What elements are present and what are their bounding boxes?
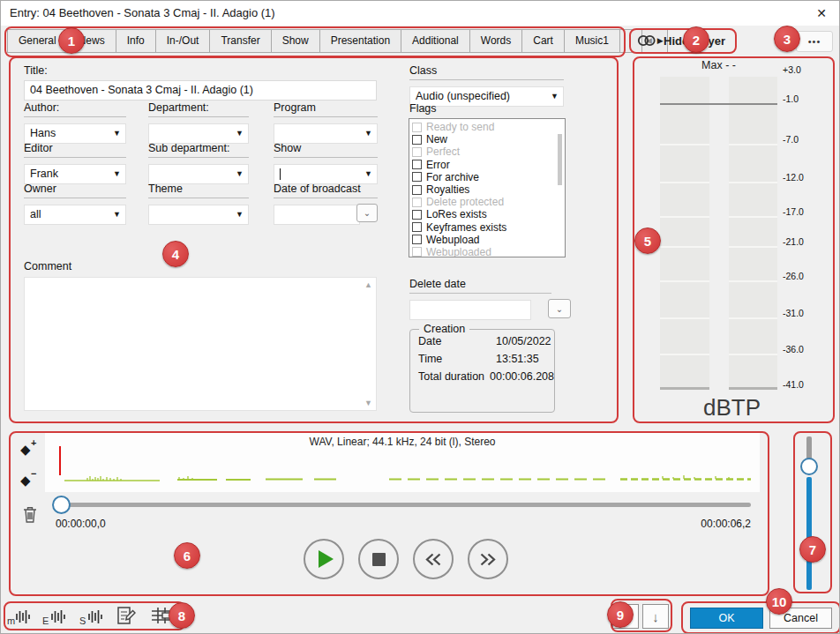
editor-dropdown[interactable]: Frank▼ [24, 164, 126, 184]
delete-audio-button[interactable] [22, 505, 38, 527]
sub-department-dropdown[interactable]: ▼ [148, 164, 249, 184]
tab-in-out[interactable]: In-/Out [155, 29, 211, 53]
routing-button[interactable] [149, 603, 174, 628]
department-dropdown[interactable]: ▼ [148, 123, 249, 144]
author-field: Author: Hans▼ [24, 101, 126, 144]
ok-button[interactable]: OK [690, 608, 763, 629]
scroll-down-icon[interactable]: ▼ [364, 399, 372, 407]
seek-slider-handle[interactable] [52, 496, 71, 514]
fast-forward-icon [478, 552, 498, 567]
stop-button[interactable] [358, 539, 399, 579]
meter-segment-line [660, 354, 709, 355]
comment-textarea[interactable]: ▲ ▼ [24, 277, 377, 411]
text-cursor [280, 168, 281, 180]
theme-dropdown[interactable]: ▼ [148, 205, 249, 225]
checkbox-icon [412, 185, 422, 195]
date-picker-button[interactable]: ⌄ [356, 204, 378, 222]
meter-tick-label: -1.0 [783, 93, 813, 104]
program-dropdown[interactable]: ▼ [274, 123, 378, 144]
flag-lores-exists[interactable]: LoRes exists [412, 208, 565, 220]
tab-news[interactable]: News [67, 29, 116, 53]
tab-show[interactable]: Show [271, 29, 320, 53]
editor-label: Editor [24, 142, 126, 158]
current-time-label: 00:00:00,0 [56, 518, 106, 530]
title-input[interactable]: 04 Beethoven - Sonata 3 Cmaj - II. Adagi… [24, 80, 377, 101]
checkbox-icon [412, 172, 422, 182]
flag-royalties[interactable]: Royalties [412, 183, 565, 196]
title-label: Title: [24, 64, 377, 77]
edit-metadata-button[interactable] [114, 603, 139, 628]
flags-scrollbar[interactable] [558, 134, 562, 185]
owner-dropdown[interactable]: all▼ [24, 205, 126, 225]
flag-webupload[interactable]: Webupload [412, 234, 565, 246]
meter-tick-label: -21.0 [783, 236, 813, 247]
play-button[interactable] [304, 539, 344, 579]
waveform-stereo-button[interactable]: S [79, 603, 103, 628]
date-of-broadcast-input[interactable] [274, 205, 360, 225]
checkbox-icon [412, 222, 422, 232]
trash-icon [22, 505, 38, 524]
meter-segment-line [729, 280, 777, 282]
title-field: Title: 04 Beethoven - Sonata 3 Cmaj - II… [24, 64, 377, 101]
meter-bar-left [660, 77, 709, 390]
tab-bar-items: GeneralNewsInfoIn-/OutTransferShowPresen… [8, 29, 620, 53]
entry-dialog: Entry: 04 Beethoven - Sonata 3 Cmaj - II… [0, 0, 840, 634]
svg-text:m: m [7, 615, 15, 626]
tab-general[interactable]: General [7, 29, 68, 53]
show-dropdown[interactable]: ▼ [274, 164, 378, 184]
cancel-button[interactable]: Cancel [769, 608, 832, 629]
waveform-display[interactable]: WAV, Linear; 44.1 kHz, 24 bit (l), Stere… [45, 433, 760, 492]
rewind-button[interactable] [413, 539, 454, 579]
date-of-broadcast-label: Date of broadcast [274, 183, 378, 198]
routing-table-icon [150, 604, 173, 627]
waveform-mono-button[interactable]: m [6, 603, 31, 628]
theme-field: Theme ▼ [148, 183, 249, 225]
meter-max-label: Max - - [660, 59, 777, 71]
more-options-button[interactable]: ••• [796, 31, 833, 52]
author-dropdown[interactable]: Hans▼ [24, 123, 126, 144]
waveform-envelope-button[interactable]: E [41, 603, 66, 628]
program-label: Program [274, 101, 378, 117]
marker-remove-icon: ◆ [20, 473, 31, 488]
tab-words[interactable]: Words [469, 29, 522, 53]
meter-segment-line [660, 280, 709, 282]
previous-entry-button[interactable]: ↑ [612, 604, 639, 629]
marker-remove-button[interactable]: ◆− [20, 473, 40, 490]
chevron-down-icon: ▼ [113, 124, 121, 143]
tab-music1[interactable]: Music1 [564, 29, 620, 53]
next-entry-button[interactable]: ↓ [642, 604, 669, 629]
chevron-down-icon: ▼ [364, 124, 372, 143]
annotation-box-volume [793, 431, 832, 593]
tab-presentation[interactable]: Presentation [319, 29, 401, 53]
hide-player-button[interactable]: Hide player [636, 30, 725, 51]
owner-field: Owner all▼ [24, 183, 126, 225]
tab-transfer[interactable]: Transfer [209, 29, 271, 53]
volume-slider-handle[interactable] [800, 458, 818, 475]
class-field: Class Audio (unspecified)▼ [409, 64, 564, 107]
scroll-up-icon[interactable]: ▲ [364, 280, 372, 289]
forward-button[interactable] [468, 539, 508, 579]
flag-new[interactable]: New [412, 133, 565, 145]
chevron-down-icon: ▼ [113, 165, 121, 183]
tab-bar: GeneralNewsInfoIn-/OutTransferShowPresen… [8, 29, 668, 53]
flag-perfect: Perfect [412, 145, 565, 158]
flags-label: Flags [409, 102, 437, 115]
annotation-circle-5: 5 [634, 227, 661, 254]
delete-date-picker-button[interactable]: ⌄ [548, 299, 571, 318]
tab-additional[interactable]: Additional [401, 29, 470, 53]
rewind-icon [424, 552, 443, 567]
seek-slider-track[interactable] [56, 503, 751, 507]
delete-date-input[interactable] [409, 300, 531, 320]
chevron-down-icon: ▼ [236, 205, 244, 224]
tab-cart[interactable]: Cart [521, 29, 565, 53]
flag-keyframes-exists[interactable]: Keyframes exists [412, 221, 565, 234]
volume-slider-track[interactable] [806, 477, 812, 590]
tab-info[interactable]: Info [116, 29, 156, 53]
meter-tick-label: -41.0 [783, 379, 813, 390]
close-button[interactable]: ✕ [807, 3, 836, 24]
marker-add-button[interactable]: ◆+ [20, 442, 40, 459]
department-field: Department: ▼ [148, 101, 249, 144]
meter-tick-label: -26.0 [783, 271, 813, 281]
flag-error[interactable]: Error [412, 159, 565, 171]
flag-for-archive[interactable]: For archive [412, 171, 565, 183]
